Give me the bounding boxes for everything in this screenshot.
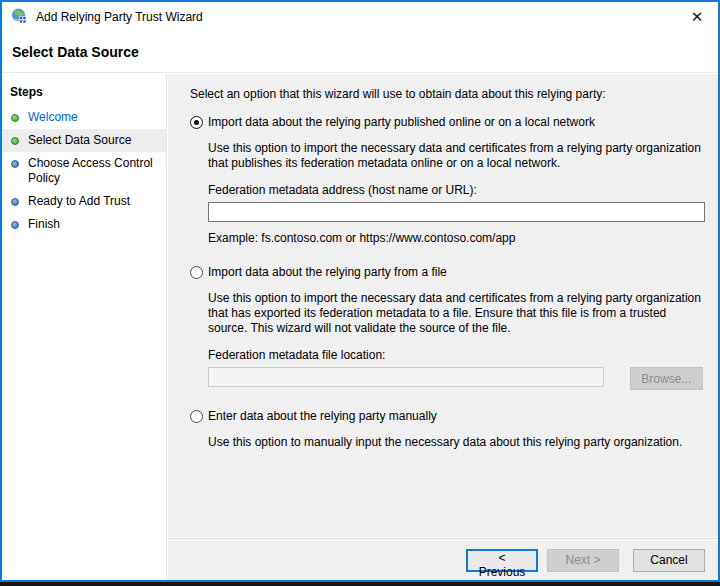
steps-sidebar: Steps Welcome Select Data Source Choose … (2, 74, 167, 580)
step-todo-icon (11, 221, 19, 229)
option-import-file[interactable]: Import data about the relying party from… (190, 265, 703, 280)
close-button[interactable]: ✕ (680, 2, 714, 32)
step-done-icon (11, 114, 19, 122)
option-label: Import data about the relying party publ… (208, 115, 595, 129)
option-import-online[interactable]: Import data about the relying party publ… (190, 115, 703, 130)
step-todo-icon (11, 198, 19, 206)
window-title: Add Relying Party Trust Wizard (36, 10, 203, 24)
titlebar: Add Relying Party Trust Wizard ✕ (2, 2, 718, 32)
wizard-window: Add Relying Party Trust Wizard ✕ Select … (0, 0, 720, 582)
sidebar-item-finish[interactable]: Finish (2, 213, 166, 236)
metadata-address-input[interactable] (208, 202, 705, 222)
file-location-row: Browse... (190, 363, 703, 390)
option-description: Use this option to import the necessary … (208, 291, 703, 336)
next-button: Next > (547, 549, 619, 572)
instruction-text: Select an option that this wizard will u… (190, 87, 703, 102)
option-enter-manually[interactable]: Enter data about the relying party manua… (190, 409, 703, 424)
option-label: Import data about the relying party from… (208, 265, 447, 279)
option-label: Enter data about the relying party manua… (208, 409, 437, 423)
sidebar-item-ready-to-add-trust[interactable]: Ready to Add Trust (2, 190, 166, 213)
metadata-file-label: Federation metadata file location: (208, 348, 703, 363)
sidebar-item-choose-access-control-policy[interactable]: Choose Access Control Policy (2, 152, 166, 190)
steps-heading: Steps (2, 79, 166, 106)
sidebar-item-select-data-source[interactable]: Select Data Source (2, 129, 166, 152)
option-description: Use this option to manually input the ne… (208, 435, 703, 450)
step-todo-icon (11, 160, 19, 168)
metadata-address-label: Federation metadata address (host name o… (208, 183, 703, 198)
adfs-wizard-icon (11, 8, 29, 26)
step-done-icon (11, 137, 19, 145)
radio-enter-manually[interactable] (190, 410, 203, 423)
sidebar-item-welcome[interactable]: Welcome (2, 106, 166, 129)
cancel-button[interactable]: Cancel (633, 549, 705, 572)
radio-import-online[interactable] (190, 116, 203, 129)
example-text: Example: fs.contoso.com or https://www.c… (208, 231, 703, 246)
page-title: Select Data Source (2, 32, 718, 73)
previous-button[interactable]: < Previous (466, 549, 538, 572)
main-panel: Select an option that this wizard will u… (168, 74, 718, 537)
browse-button: Browse... (630, 367, 703, 390)
radio-import-file[interactable] (190, 266, 203, 279)
footer-bar: < Previous Next > Cancel (168, 539, 718, 580)
option-description: Use this option to import the necessary … (208, 141, 703, 171)
metadata-file-input (208, 367, 604, 387)
